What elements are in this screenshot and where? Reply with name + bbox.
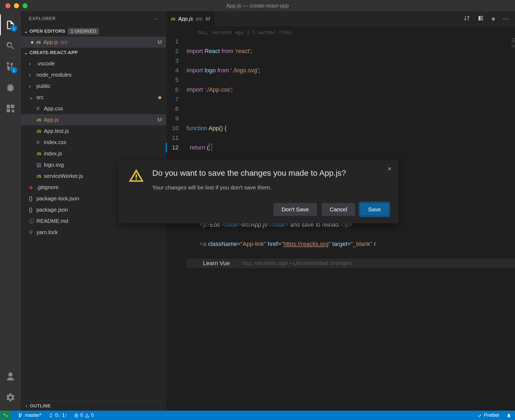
activity-extensions[interactable] [0, 98, 21, 119]
chevron-down-icon: ⌄ [29, 94, 36, 100]
sync-down: 0↓ [55, 412, 60, 418]
open-editor-path: src [60, 39, 68, 45]
tab-path: src [196, 16, 203, 22]
warning-icon [128, 168, 144, 191]
branch-name: master* [25, 412, 41, 418]
titlebar: App.js — create-react-app [0, 0, 515, 11]
file-yarn-lock[interactable]: ⚲yarn.lock [21, 227, 166, 238]
dont-save-button[interactable]: Don't Save [274, 203, 317, 216]
prettier-label: Prettier [484, 412, 499, 418]
explorer-more-button[interactable]: ⋯ [153, 16, 158, 22]
dot-icon [492, 17, 495, 21]
open-editors-header[interactable]: ⌄ OPEN EDITORS 1 UNSAVED [21, 26, 166, 36]
gear-icon [5, 392, 16, 403]
activity-search[interactable] [0, 35, 21, 56]
project-header[interactable]: ⌄ CREATE-REACT-APP [21, 48, 166, 58]
sync-up: 1↑ [62, 412, 67, 418]
open-editor-status: M [157, 39, 162, 45]
git-file-icon: ◈ [29, 184, 36, 190]
chevron-right-icon: › [29, 61, 36, 67]
activity-debug[interactable] [0, 77, 21, 98]
folder-node-modules[interactable]: ›node_modules [21, 69, 166, 80]
chevron-down-icon: ⌄ [22, 50, 29, 56]
folder-src[interactable]: ⌄src● [21, 92, 166, 103]
unsaved-indicator: 1 UNSAVED [68, 28, 99, 35]
status-sync[interactable]: 0↓ 1↑ [48, 412, 67, 418]
file-app-js[interactable]: JSApp.jsM [21, 114, 166, 125]
chevron-right-icon: › [23, 403, 30, 409]
open-editor-name: App.js [43, 39, 58, 45]
info-file-icon: ⓘ [29, 218, 36, 225]
cancel-button[interactable]: Cancel [322, 203, 355, 216]
activity-accounts[interactable] [0, 366, 21, 387]
branch-icon [18, 413, 23, 418]
tab-status: M [206, 16, 210, 22]
minimap[interactable] [510, 37, 515, 93]
project-label: CREATE-REACT-APP [29, 50, 78, 55]
error-count: 0 [80, 412, 83, 418]
activity-explorer[interactable]: 1 [0, 14, 21, 35]
dialog-close-button[interactable] [387, 166, 392, 173]
css-file-icon: # [36, 139, 44, 145]
traffic-lights [0, 3, 28, 8]
svg-file-icon: ▧ [36, 162, 44, 168]
open-editor-item[interactable]: ● JS App.js src M [21, 36, 166, 48]
activity-scm[interactable]: 1 [0, 56, 21, 77]
search-icon [5, 41, 16, 51]
tab-app-js[interactable]: JS App.js src M [166, 11, 215, 26]
tab-more-button[interactable]: ⋯ [503, 16, 509, 22]
js-file-icon: JS [36, 151, 44, 156]
js-file-icon: JS [36, 118, 44, 122]
activity-settings[interactable] [0, 387, 21, 408]
js-file-icon: JS [171, 17, 175, 21]
gitlens-blame: You, seconds ago | 1 author (You) [166, 26, 515, 37]
check-icon [477, 413, 482, 418]
compare-changes-button[interactable] [464, 15, 470, 22]
explorer-badge: 1 [11, 25, 17, 32]
window-title: App.js — create-react-app [0, 3, 515, 9]
error-icon [74, 413, 78, 418]
json-file-icon: {} [29, 196, 36, 202]
window-minimize-button[interactable] [14, 3, 19, 8]
diff-icon [464, 15, 470, 21]
dialog-body-text: Your changes will be lost if you don't s… [152, 184, 346, 191]
warning-icon [85, 413, 89, 418]
js-file-icon: JS [36, 129, 44, 133]
json-file-icon: {} [29, 207, 36, 213]
window-zoom-button[interactable] [22, 3, 28, 8]
status-problems[interactable]: 0 0 [74, 412, 94, 418]
folder-modified-dot: ● [158, 93, 162, 102]
status-prettier[interactable]: Prettier [477, 412, 499, 418]
tab-dirty-indicator[interactable] [492, 16, 495, 22]
css-file-icon: # [36, 106, 44, 112]
file-index-css[interactable]: #index.css [21, 137, 166, 148]
status-notifications[interactable] [506, 413, 511, 418]
tab-name: App.js [178, 16, 193, 22]
open-editors-label: OPEN EDITORS [29, 29, 65, 34]
save-dialog: Do you want to save the changes you made… [119, 160, 399, 223]
window-close-button[interactable] [5, 3, 10, 8]
chevron-right-icon: › [29, 83, 36, 89]
save-button[interactable]: Save [360, 203, 389, 216]
explorer-header: EXPLORER ⋯ [21, 11, 166, 26]
status-branch[interactable]: master* [18, 412, 41, 418]
folder-vscode[interactable]: ›.vscode [21, 58, 166, 69]
warning-count: 0 [91, 412, 94, 418]
split-editor-button[interactable] [478, 15, 484, 22]
close-icon [387, 166, 392, 171]
status-bar: master* 0↓ 1↑ 0 0 Prettier [0, 411, 515, 420]
file-app-css[interactable]: #App.css [21, 103, 166, 114]
js-file-icon: JS [36, 40, 43, 44]
activity-bar: 1 1 [0, 11, 21, 411]
yarn-file-icon: ⚲ [29, 229, 36, 235]
unsaved-dot-icon: ● [31, 39, 36, 45]
extensions-icon [5, 103, 16, 114]
folder-public[interactable]: ›public [21, 80, 166, 92]
file-app-test-js[interactable]: JSApp.test.js [21, 125, 166, 137]
split-icon [478, 15, 484, 21]
status-remote[interactable] [0, 411, 11, 420]
file-status: M [157, 117, 162, 123]
file-index-js[interactable]: JSindex.js [21, 148, 166, 159]
explorer-title: EXPLORER [29, 16, 56, 21]
outline-header[interactable]: › OUTLINE [21, 401, 166, 411]
